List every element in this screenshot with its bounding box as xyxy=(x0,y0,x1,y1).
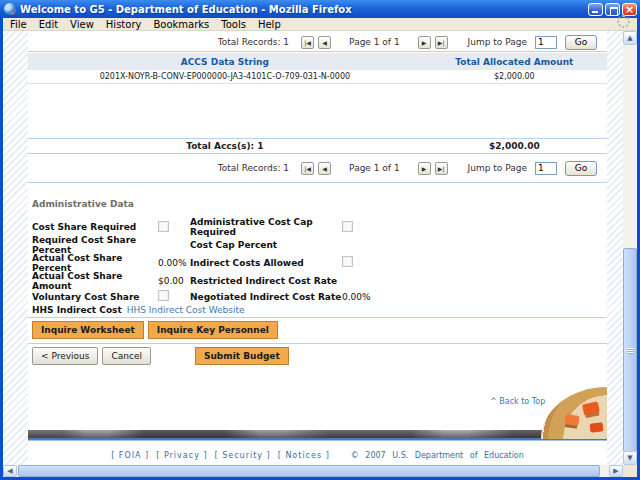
column-header-accs: ACCS Data String xyxy=(28,57,422,67)
last-page-button[interactable]: ▶| xyxy=(435,162,448,175)
actual-cost-share-percent-value: 0.00% xyxy=(158,258,190,268)
total-records-label: Total Records: 1 xyxy=(218,37,289,47)
horizontal-scroll-thumb[interactable] xyxy=(18,465,600,477)
jump-to-page-label: Jump to Page xyxy=(468,37,527,47)
scroll-left-icon[interactable]: ◀ xyxy=(3,465,17,477)
total-amount: $2,000.00 xyxy=(422,141,607,151)
restricted-indirect-cost-rate-label: Restricted Indirect Cost Rate xyxy=(190,276,342,286)
admin-cost-cap-required-label: Administrative Cost Cap Required xyxy=(190,217,342,237)
menu-file[interactable]: File xyxy=(4,18,33,31)
browser-window: Welcome to G5 - Department of Education … xyxy=(0,0,640,480)
menu-tools[interactable]: Tools xyxy=(215,18,252,31)
blue-rule-light xyxy=(28,440,607,441)
menu-help[interactable]: Help xyxy=(252,18,287,31)
hhs-indirect-cost-website-link[interactable]: HHS Indirect Cost Website xyxy=(127,305,245,315)
scroll-up-icon[interactable]: ▲ xyxy=(623,31,637,45)
metallic-divider-bar xyxy=(28,430,607,438)
jump-to-page-label: Jump to Page xyxy=(468,163,527,173)
next-page-button[interactable]: ▶ xyxy=(418,162,431,175)
voluntary-cost-share-checkbox[interactable] xyxy=(158,290,169,301)
activity-spinner-icon xyxy=(617,15,630,28)
actual-cost-share-amount-value: $0.00 xyxy=(158,276,190,286)
menu-bookmarks[interactable]: Bookmarks xyxy=(147,18,215,31)
firefox-icon xyxy=(4,3,16,15)
jump-to-page-input[interactable] xyxy=(535,36,557,49)
negotiated-indirect-cost-rate-label: Negotiated Indirect Cost Rate xyxy=(190,292,342,302)
cost-share-required-checkbox[interactable] xyxy=(158,221,169,232)
menu-edit[interactable]: Edit xyxy=(33,18,64,31)
horizontal-scrollbar[interactable]: ◀ ▶ xyxy=(3,465,623,477)
actual-cost-share-amount-label: Actual Cost Share Amount xyxy=(32,271,158,291)
go-button[interactable]: Go xyxy=(565,35,597,50)
column-header-amount: Total Allocated Amount xyxy=(422,57,607,67)
form-row: Required Cost Share Percent Cost Cap Per… xyxy=(32,237,452,253)
scrollbar-corner xyxy=(623,465,637,477)
first-page-button[interactable]: |◀ xyxy=(301,162,314,175)
total-accs-label: Total Accs(s): 1 xyxy=(28,141,422,151)
negotiated-indirect-cost-rate-value: 0.00% xyxy=(342,292,371,302)
classroom-chairs-image xyxy=(541,387,607,439)
vertical-scroll-thumb[interactable] xyxy=(623,248,637,452)
pagination-bottom: Total Records: 1 |◀ ◀ Page 1 of 1 ▶ ▶| J… xyxy=(28,159,607,177)
cost-cap-percent-label: Cost Cap Percent xyxy=(190,240,342,250)
window-border xyxy=(0,18,3,480)
indirect-costs-allowed-label: Indirect Costs Allowed xyxy=(190,258,342,268)
inquire-key-personnel-button[interactable]: Inquire Key Personnel xyxy=(148,321,278,339)
close-button[interactable] xyxy=(622,3,637,16)
scroll-right-icon[interactable]: ▶ xyxy=(609,465,623,477)
security-link[interactable]: [ Security ] xyxy=(215,451,271,460)
first-page-button[interactable]: |◀ xyxy=(301,36,314,49)
cost-share-required-label: Cost Share Required xyxy=(32,222,158,232)
page-footer: [ FOIA ] [ Privacy ] [ Security ] [ Noti… xyxy=(28,451,607,460)
admin-cost-cap-required-checkbox[interactable] xyxy=(342,221,353,232)
page-of-label: Page 1 of 1 xyxy=(349,37,400,47)
jump-to-page-input[interactable] xyxy=(535,162,557,175)
foia-link[interactable]: [ FOIA ] xyxy=(111,451,149,460)
pagination-top: Total Records: 1 |◀ ◀ Page 1 of 1 ▶ ▶| J… xyxy=(28,33,607,51)
table-row: 0201X-NOYR-B-CONV-EP000000-JA3-4101C-O-7… xyxy=(28,70,607,84)
copyright-text: © 2007 U.S. Department of Education xyxy=(351,451,524,460)
divider xyxy=(28,182,607,183)
submit-budget-button[interactable]: Submit Budget xyxy=(195,347,289,365)
prev-page-button[interactable]: ◀ xyxy=(318,36,331,49)
actual-cost-share-percent-label: Actual Cost Share Percent xyxy=(32,253,158,273)
inquire-button-row: Inquire Worksheet Inquire Key Personnel xyxy=(32,321,278,339)
vertical-scrollbar[interactable]: ▲ ▼ xyxy=(623,31,637,465)
total-records-label: Total Records: 1 xyxy=(218,163,289,173)
form-row: Actual Cost Share Percent 0.00% Indirect… xyxy=(32,253,452,272)
allocated-amount: $2,000.00 xyxy=(422,72,607,81)
last-page-button[interactable]: ▶| xyxy=(435,36,448,49)
minimize-button[interactable] xyxy=(588,3,603,16)
restore-button[interactable] xyxy=(605,3,620,16)
page-of-label: Page 1 of 1 xyxy=(349,163,400,173)
table-header: ACCS Data String Total Allocated Amount xyxy=(28,53,607,70)
inquire-worksheet-button[interactable]: Inquire Worksheet xyxy=(32,321,144,339)
menu-history[interactable]: History xyxy=(100,18,148,31)
page-content: Total Records: 1 |◀ ◀ Page 1 of 1 ▶ ▶| J… xyxy=(28,31,607,465)
scroll-down-icon[interactable]: ▼ xyxy=(623,451,637,465)
table-total-row: Total Accs(s): 1 $2,000.00 xyxy=(28,138,607,154)
prev-page-button[interactable]: ◀ xyxy=(318,162,331,175)
next-page-button[interactable]: ▶ xyxy=(418,36,431,49)
divider xyxy=(28,317,607,318)
go-button[interactable]: Go xyxy=(565,161,597,176)
voluntary-cost-share-label: Voluntary Cost Share xyxy=(32,292,158,302)
admin-form: Cost Share Required Administrative Cost … xyxy=(32,217,452,304)
nav-button-row: < Previous Cancel Submit Budget xyxy=(32,347,289,365)
divider xyxy=(28,343,607,344)
back-to-top-link[interactable]: ^ Back to Top xyxy=(490,397,545,406)
menu-view[interactable]: View xyxy=(64,18,100,31)
admin-data-heading: Administrative Data xyxy=(32,199,134,209)
previous-button[interactable]: < Previous xyxy=(32,347,98,365)
form-row: Cost Share Required Administrative Cost … xyxy=(32,217,452,237)
hhs-indirect-cost-label: HHS Indirect Cost xyxy=(32,305,122,315)
cancel-button[interactable]: Cancel xyxy=(102,347,151,365)
accs-data-string: 0201X-NOYR-B-CONV-EP000000-JA3-4101C-O-7… xyxy=(28,72,422,81)
window-title: Welcome to G5 - Department of Education … xyxy=(20,4,588,15)
notices-link[interactable]: [ Notices ] xyxy=(278,451,330,460)
divider xyxy=(28,51,607,52)
privacy-link[interactable]: [ Privacy ] xyxy=(156,451,207,460)
hhs-indirect-cost-row: HHS Indirect Cost HHS Indirect Cost Webs… xyxy=(32,305,245,315)
title-bar: Welcome to G5 - Department of Education … xyxy=(0,0,640,18)
indirect-costs-allowed-checkbox[interactable] xyxy=(342,256,353,267)
